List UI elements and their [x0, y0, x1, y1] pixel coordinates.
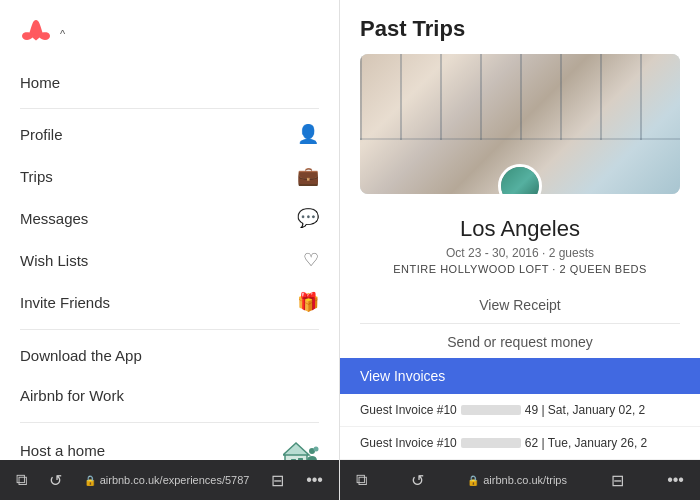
svg-marker-1	[283, 443, 309, 455]
right-panel: Past Trips Los Angeles Oct 23 - 30, 2016…	[340, 0, 700, 500]
trip-actions: View Receipt Send or request money	[360, 287, 680, 358]
refresh-icon[interactable]: ↺	[411, 471, 424, 490]
heart-icon: ♡	[303, 251, 319, 269]
nav-divider-1	[20, 108, 319, 109]
refresh-icon[interactable]: ↺	[49, 471, 62, 490]
person-icon: 👤	[297, 125, 319, 143]
reader-icon[interactable]: ⊟	[611, 471, 624, 490]
sidebar-item-label: Download the App	[20, 347, 142, 364]
invoice-prefix: Guest Invoice #10	[360, 436, 457, 450]
trip-city: Los Angeles	[360, 216, 680, 242]
send-money-button[interactable]: Send or request money	[360, 324, 680, 358]
sidebar-item-messages[interactable]: Messages 💬	[0, 197, 339, 239]
house-people-icon	[283, 439, 319, 460]
svg-point-5	[314, 447, 319, 452]
lock-icon: 🔒	[84, 475, 96, 486]
trip-dates: Oct 23 - 30, 2016 · 2 guests	[360, 246, 680, 260]
nav-divider-2	[20, 329, 319, 330]
more-icon[interactable]: •••	[667, 471, 684, 489]
suitcase-icon: 💼	[297, 167, 319, 185]
trip-info: Los Angeles Oct 23 - 30, 2016 · 2 guests…	[360, 216, 680, 287]
trip-property: ENTIRE HOLLYWOOD LOFT · 2 QUEEN BEDS	[360, 263, 680, 275]
app-header: ^	[0, 0, 339, 64]
url-text: airbnb.co.uk/trips	[483, 474, 567, 486]
invoice-redacted	[461, 405, 521, 415]
host-home-title: Host a home	[20, 442, 178, 459]
chevron-down-icon: ^	[60, 28, 65, 40]
invoice-suffix: 62 | Tue, January 26, 2	[525, 436, 648, 450]
sidebar-item-host-home[interactable]: Host a home Earn up to £1,066 a month	[0, 429, 339, 460]
view-receipt-button[interactable]: View Receipt	[360, 287, 680, 324]
browser-bar-left: ⧉ ↺ 🔒 airbnb.co.uk/experiences/5787 ⊟ ••…	[0, 460, 339, 500]
more-icon[interactable]: •••	[306, 471, 323, 489]
trip-image	[360, 54, 680, 194]
airbnb-logo-icon	[20, 18, 52, 50]
list-item[interactable]: Guest Invoice #10 49 | Sat, January 02, …	[340, 394, 700, 427]
left-panel: ^ Home Profile 👤 Trips 💼 Messages 💬 Wish…	[0, 0, 340, 500]
invoices-section: View Invoices Guest Invoice #10 49 | Sat…	[340, 358, 700, 460]
view-invoices-button[interactable]: View Invoices	[340, 358, 700, 394]
url-text: airbnb.co.uk/experiences/5787	[100, 474, 250, 486]
nav-divider-3	[20, 422, 319, 423]
sidebar-item-label: Profile	[20, 126, 63, 143]
nav-home[interactable]: Home	[0, 64, 339, 104]
reader-icon[interactable]: ⊟	[271, 471, 284, 490]
sidebar-item-label: Trips	[20, 168, 53, 185]
chat-icon: 💬	[297, 209, 319, 227]
sidebar-item-label: Messages	[20, 210, 88, 227]
sidebar-item-trips[interactable]: Trips 💼	[0, 155, 339, 197]
trip-card: Los Angeles Oct 23 - 30, 2016 · 2 guests…	[340, 54, 700, 358]
sidebar-item-profile[interactable]: Profile 👤	[0, 113, 339, 155]
sidebar-item-download-app[interactable]: Download the App	[0, 336, 339, 376]
browser-url-left: 🔒 airbnb.co.uk/experiences/5787	[84, 474, 250, 486]
page-title: Past Trips	[340, 0, 700, 54]
invoice-suffix: 49 | Sat, January 02, 2	[525, 403, 646, 417]
browser-url-right: 🔒 airbnb.co.uk/trips	[467, 474, 567, 486]
invoice-redacted	[461, 438, 521, 448]
sidebar-item-label: Airbnb for Work	[20, 387, 124, 404]
invoice-prefix: Guest Invoice #10	[360, 403, 457, 417]
browser-bar-right: ⧉ ↺ 🔒 airbnb.co.uk/trips ⊟ •••	[340, 460, 700, 500]
nav-home-label: Home	[20, 74, 60, 91]
tabs-icon[interactable]: ⧉	[16, 471, 27, 489]
list-item[interactable]: Guest Invoice #10 62 | Tue, January 26, …	[340, 427, 700, 460]
gift-icon: 🎁	[297, 293, 319, 311]
sidebar-item-invite-friends[interactable]: Invite Friends 🎁	[0, 281, 339, 323]
sidebar-item-label: Invite Friends	[20, 294, 110, 311]
trips-content: Past Trips Los Angeles Oct 23 - 30, 2016…	[340, 0, 700, 460]
tabs-icon[interactable]: ⧉	[356, 471, 367, 489]
sidebar-item-label: Wish Lists	[20, 252, 88, 269]
lock-icon: 🔒	[467, 475, 479, 486]
sidebar-item-airbnb-work[interactable]: Airbnb for Work	[0, 376, 339, 416]
left-navigation: Home Profile 👤 Trips 💼 Messages 💬 Wish L…	[0, 64, 339, 460]
sidebar-item-wish-lists[interactable]: Wish Lists ♡	[0, 239, 339, 281]
